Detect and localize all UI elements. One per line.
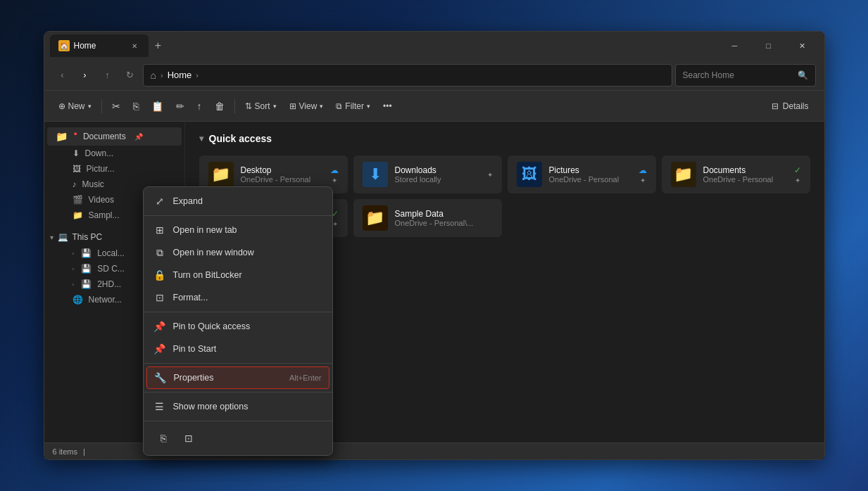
ctx-sep-2 (144, 312, 332, 312)
delete-icon: 🗑 (215, 101, 225, 112)
copy-icon: ⎘ (133, 101, 139, 112)
ctx-copy-icon-btn[interactable]: ⎘ (153, 428, 173, 448)
quick-access-header: ▾ Quick access (199, 133, 810, 144)
filter-button[interactable]: ⧉ Filter ▾ (330, 95, 376, 117)
details-icon: ⊟ (772, 101, 779, 111)
folder-downloads-status: ✦ (487, 171, 493, 179)
address-bar[interactable]: ⌂ › Home › (143, 64, 672, 87)
back-button[interactable]: ‹ (53, 65, 73, 85)
folder-pictures-status: ☁ ✦ (639, 165, 647, 184)
pin-quick-icon: 📌 (153, 320, 166, 333)
sidebar-item-documents[interactable]: 📁 ● Documents 📌 (47, 127, 182, 146)
minimize-button[interactable]: ─ (719, 34, 751, 57)
delete-button[interactable]: 🗑 (209, 95, 230, 117)
tab-home[interactable]: 🏠 Home ✕ (50, 34, 149, 57)
sd-icon: 💾 (81, 264, 92, 274)
ctx-expand[interactable]: ⤢ Expand (144, 190, 332, 212)
folder-sample-data[interactable]: 📁 Sample Data OneDrive - Personal\... (353, 199, 502, 237)
ctx-show-more[interactable]: ☰ Show more options (144, 395, 332, 418)
filter-label: Filter (345, 101, 364, 111)
ctx-open-new-tab[interactable]: ⊞ Open in new tab (144, 219, 332, 241)
file-explorer-window: 🏠 Home ✕ + ─ □ ✕ ‹ › ↑ ↻ ⌂ › Home › Sear… (44, 31, 825, 460)
ctx-pin-quick[interactable]: 📌 Pin to Quick access (144, 315, 332, 338)
toolbar-separator-1 (101, 99, 102, 113)
folder-downloads-sub: Stored locally (395, 175, 441, 184)
pictures-icon: 🖼 (73, 164, 81, 174)
close-button[interactable]: ✕ (786, 34, 819, 57)
pin-icon: 📌 (134, 133, 143, 141)
rename-button[interactable]: ✏ (170, 95, 190, 117)
ctx-pin-start[interactable]: 📌 Pin to Start (144, 338, 332, 360)
details-button[interactable]: ⊟ Details (765, 95, 816, 117)
maximize-button[interactable]: □ (753, 34, 785, 57)
ctx-paste-icon-btn[interactable]: ⊡ (179, 428, 199, 448)
cut-icon: ✂ (112, 101, 120, 112)
folder-desktop-sub: OneDrive - Personal (241, 175, 311, 184)
paste-button[interactable]: 📋 (146, 95, 169, 117)
sidebar-item-downloads[interactable]: ⬇ Down... (47, 146, 182, 161)
pin-start-icon: 📌 (153, 343, 166, 355)
items-count: 6 items (53, 447, 77, 456)
thispc-icon: 💻 (58, 232, 68, 242)
search-box[interactable]: Search Home 🔍 (675, 64, 816, 87)
sidebar-item-pictures[interactable]: 🖼 Pictur... (47, 161, 182, 177)
folder-documents-qa-name: Documents (703, 165, 774, 175)
properties-icon: 🔧 (154, 371, 167, 384)
folder-pictures-icon: 🖼 (517, 162, 542, 187)
ctx-properties[interactable]: 🔧 Properties Alt+Enter (146, 366, 329, 389)
format-icon: ⊡ (153, 291, 166, 304)
share-icon: ↑ (197, 101, 202, 112)
tab-close-button[interactable]: ✕ (129, 40, 140, 51)
folder-sample-icon: 📁 (363, 205, 388, 231)
qa-chevron-icon: ▾ (199, 134, 203, 144)
cloud-icon: ☁ (330, 165, 339, 175)
view-icon: ⊞ (289, 101, 296, 111)
folder-downloads[interactable]: ⬇ Downloads Stored locally ✦ (353, 155, 502, 193)
paste-icon: 📋 (151, 101, 163, 112)
search-icon: 🔍 (798, 70, 808, 80)
ctx-bitlocker-label: Turn on BitLocker (173, 270, 242, 280)
folder-documents-qa[interactable]: 📁 Documents OneDrive - Personal ✓ ✦ (662, 155, 810, 193)
share-button[interactable]: ↑ (191, 95, 208, 117)
folder-documents-qa-sub: OneDrive - Personal (703, 175, 774, 184)
sd-chevron: › (73, 266, 75, 272)
up-button[interactable]: ↑ (98, 65, 118, 85)
view-button[interactable]: ⊞ View ▾ (284, 95, 329, 117)
cut-button[interactable]: ✂ (106, 95, 126, 117)
ctx-format[interactable]: ⊡ Format... (144, 286, 332, 309)
sample-icon: 📁 (73, 210, 83, 220)
ctx-bitlocker[interactable]: 🔒 Turn on BitLocker (144, 264, 332, 286)
downloads-icon: ⬇ (73, 148, 80, 158)
sort-button[interactable]: ⇅ Sort ▾ (239, 95, 282, 117)
breadcrumb-home: Home (168, 70, 192, 80)
folder-pictures[interactable]: 🖼 Pictures OneDrive - Personal ☁ ✦ (508, 155, 656, 193)
ctx-properties-shortcut: Alt+Enter (289, 374, 322, 382)
window-controls: ─ □ ✕ (719, 34, 824, 57)
new-tab-button[interactable]: + (149, 36, 168, 56)
rename-icon: ✏ (176, 101, 184, 112)
sidebar-downloads-label: Down... (85, 148, 114, 158)
sort-label: Sort (255, 101, 270, 111)
hd-icon: 💾 (81, 279, 92, 289)
details-label: Details (783, 101, 809, 111)
pin-indicator: ● (74, 130, 77, 137)
more-button[interactable]: ••• (377, 95, 398, 117)
ctx-expand-label: Expand (173, 196, 203, 206)
hd-chevron: › (73, 281, 75, 288)
refresh-button[interactable]: ↻ (120, 65, 140, 85)
sidebar-pictures-label: Pictur... (87, 164, 115, 174)
sync-icon-pic: ✦ (640, 177, 646, 184)
tab-area: 🏠 Home ✕ + (44, 32, 719, 60)
new-button[interactable]: ⊕ New ▾ (53, 95, 97, 117)
open-new-window-icon: ⧉ (153, 246, 166, 259)
ctx-format-label: Format... (173, 293, 208, 302)
ctx-sep-1 (144, 215, 332, 216)
breadcrumb-sep-2: › (196, 71, 199, 79)
folder-documents-qa-icon: 📁 (671, 162, 696, 187)
copy-button[interactable]: ⎘ (127, 95, 144, 117)
forward-button[interactable]: › (75, 65, 95, 85)
sidebar-network-label: Networ... (89, 295, 122, 305)
ctx-open-new-window[interactable]: ⧉ Open in new window (144, 241, 332, 264)
context-menu: ⤢ Expand ⊞ Open in new tab ⧉ Open in new… (143, 186, 333, 456)
folder-pictures-name: Pictures (549, 165, 619, 175)
